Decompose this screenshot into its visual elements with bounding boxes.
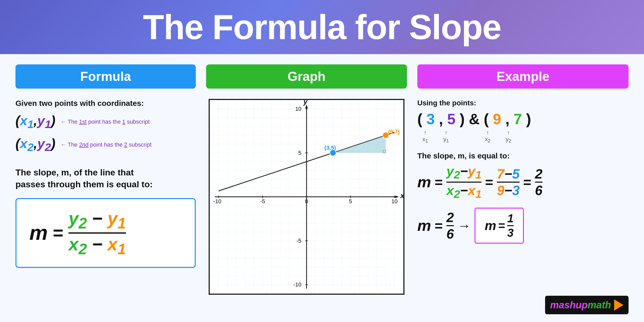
svg-text:-5: -5 [260,198,265,205]
main-content: Formula Given two points with coordinate… [0,54,644,322]
formula-point1-label: (x1,y1) [15,113,55,131]
ex-frac-top-val: 7−5 [497,167,520,181]
graph-svg: x y -10 -5 0 5 10 [210,100,403,294]
example-badge: Example [417,64,629,89]
formula-badge: Formula [15,64,196,89]
ex-fraction-result: 2 6 [535,167,543,197]
ex-fraction-values: 7−5 9−3 [497,167,520,197]
play-icon [614,299,623,311]
formula-main-box: m = y2 − y1 x2 − x1 [15,198,196,268]
svg-text:5: 5 [349,198,352,205]
example-x2-value: 9 [493,111,501,127]
slope-equal-text: The slope, m, is equal to: [417,151,510,160]
example-using-text: Using the points: [417,99,476,107]
ex-frac-line1 [446,182,481,183]
mashup-brand2: math [588,300,611,310]
final-answer-box: m = 1 3 [474,208,524,244]
formula-equals: = [53,223,63,243]
ex-frac-bot-result: 6 [535,184,543,197]
graph-section: Graph [206,64,407,314]
graph-badge: Graph [206,64,407,89]
ex-eq3: = [523,174,531,190]
ex-eq2: = [485,174,493,190]
final-top: 1 [507,213,513,224]
mashup-brand1: mashup [550,300,588,310]
formula-point2-note: ← The 2nd point has the 2 subscript [61,141,151,148]
svg-text:x: x [400,192,403,200]
ex-frac-2-top: 2 [446,211,454,224]
ex-frac-bot-sym: x2−x1 [446,184,481,200]
ex-m1: m [417,173,431,191]
slope-description: The slope, m, of the line thatpasses thr… [15,167,153,190]
formula-numerator: y2 − y1 [69,209,126,231]
example-y2-value: 7 [514,111,522,127]
mashup-badge: mashupmath [545,296,629,314]
final-line [507,225,513,226]
ex-frac-6-bot: 6 [446,227,454,241]
final-eq: = [498,219,505,233]
example-x1-value: 3 [426,111,435,127]
ex-eq1: = [435,174,443,190]
svg-text:-10: -10 [213,198,221,205]
svg-text:0: 0 [305,198,308,205]
page-title: The Formula for Slope [143,7,501,47]
svg-text:10: 10 [295,106,301,112]
formula-m: m [29,221,48,245]
ex-eq4: = [435,218,443,234]
ex-fraction-symbolic: y2−y1 x2−x1 [446,164,481,200]
example-formula-row: m = y2−y1 x2−x1 = 7−5 9−3 [417,164,543,200]
example-section: Example Using the points: ( 3 , 5 ) & ( … [417,64,629,314]
formula-point2-row: (x2,y2) ← The 2nd point has the 2 subscr… [15,136,151,154]
final-bot: 3 [507,227,513,239]
svg-text:5: 5 [298,150,301,156]
final-m: m [485,218,496,233]
subscript-labels: ↑ x1 ↑ y1 ↑ x2 ↑ y2 [417,129,511,144]
example-points-large: ( 3 , 5 ) & ( 9 , 7 ) [417,111,531,127]
example-m-row-final: m = 2 6 → m = 1 3 [417,208,524,244]
formula-fraction-line [69,232,126,234]
ex-frac-top-result: 2 [535,167,543,181]
svg-text:-10: -10 [293,281,301,288]
ex-frac-bot-val: 9−3 [497,184,520,197]
ex-frac-line3 [535,182,543,183]
formula-denominator: x2 − x1 [69,235,126,257]
mashup-text: mashupmath [550,300,611,311]
ex-frac-line2 [497,182,520,183]
formula-point2-label: (x2,y2) [15,136,55,154]
svg-text:(9,7): (9,7) [388,129,400,135]
ex-m2: m [417,217,431,234]
example-y1-value: 5 [447,111,455,127]
graph-area: x y -10 -5 0 5 10 [209,99,404,295]
arrow-right: → [457,218,471,233]
final-fraction: 1 3 [507,213,513,239]
formula-section: Formula Given two points with coordinate… [15,64,196,314]
ex-fraction-2-6: 2 6 [446,211,454,241]
header: The Formula for Slope [0,0,644,54]
formula-point1-note: ← The 1st point has the 1 subscript [61,118,150,125]
svg-text:10: 10 [391,198,397,205]
svg-text:y: y [303,100,308,106]
formula-point1-row: (x1,y1) ← The 1st point has the 1 subscr… [15,113,150,131]
svg-text:-5: -5 [296,238,301,244]
ex-frac-top-sym: y2−y1 [446,164,481,181]
svg-text:(3,5): (3,5) [324,145,336,151]
formula-fraction: y2 − y1 x2 − x1 [69,209,126,257]
svg-point-31 [383,132,389,138]
formula-given-text: Given two points with coordinates: [15,99,144,108]
ex-frac-line4 [446,225,454,226]
